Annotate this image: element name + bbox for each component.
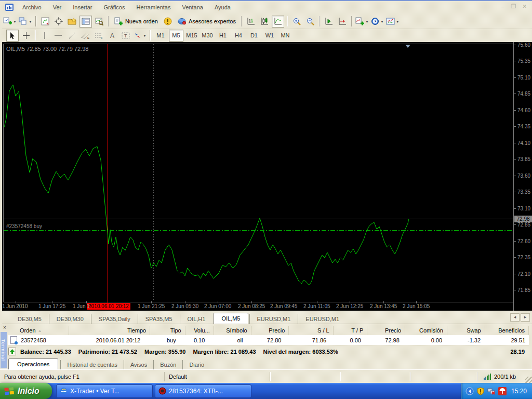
data-window-button[interactable]: [52, 16, 65, 28]
chart-area[interactable]: #23572458 buy OIL,M5 72.85 73.00 72.79 7…: [2, 42, 532, 311]
alert-button[interactable]: [162, 16, 174, 28]
menu-insertar[interactable]: Insertar: [67, 3, 98, 11]
column-label: Comisión: [419, 327, 443, 334]
arrows-button[interactable]: ▼: [133, 30, 147, 42]
trendline-button[interactable]: [65, 30, 78, 42]
strategy-tester-button[interactable]: [93, 16, 105, 28]
start-button[interactable]: Inicio: [0, 383, 52, 399]
chart-tab-oil-h1-4[interactable]: OIL,H1: [180, 314, 213, 324]
chart-tab-spa35-daily-2[interactable]: SPA35,Daily: [91, 314, 138, 324]
taskbar-clock[interactable]: 15:20: [511, 388, 527, 395]
new-chart-button[interactable]: ▼: [3, 16, 17, 28]
indicators-button[interactable]: ▼: [355, 16, 369, 28]
column-header-s-mbolo[interactable]: Símbolo: [214, 326, 251, 335]
column-header-t-p[interactable]: T / P: [334, 326, 368, 335]
timeframe-m15[interactable]: M15: [184, 30, 199, 42]
timeframe-h4[interactable]: H4: [231, 30, 246, 42]
minimize-icon[interactable]: –: [498, 3, 507, 10]
menu-herramientas[interactable]: Herramientas: [130, 3, 176, 11]
vertical-line-button[interactable]: [38, 30, 51, 42]
terminal-tab-historial-de-cuentas[interactable]: Historial de cuentas: [60, 360, 124, 369]
text-label-button[interactable]: T: [119, 30, 132, 42]
timeframe-m1[interactable]: M1: [153, 30, 168, 42]
restore-icon[interactable]: ❐: [509, 3, 518, 10]
profiles-button[interactable]: ▼: [18, 16, 33, 28]
column-header-s-l[interactable]: S / L: [289, 326, 333, 335]
chart-tab-de30-m5-0[interactable]: DE30,M5: [10, 314, 49, 324]
security-shield-icon[interactable]: [476, 387, 485, 395]
taskbar-task-0[interactable]: X-Trader • Ver T...: [56, 384, 153, 398]
zoom-in-button[interactable]: [290, 16, 303, 28]
terminal-tab-operaciones[interactable]: Operaciones: [8, 358, 58, 369]
auto-scroll-button[interactable]: [323, 16, 335, 28]
zoom-out-button[interactable]: [304, 16, 316, 28]
line-chart-button[interactable]: [272, 16, 284, 28]
chart-tab-de30-m30-1[interactable]: DE30,M30: [49, 314, 91, 324]
column-header-precio[interactable]: Precio: [367, 326, 405, 335]
chart-tab-oil-m5-5[interactable]: OIL,M5: [214, 313, 248, 324]
scroll-right-icon[interactable]: ▸: [521, 313, 530, 322]
timeframe-h1[interactable]: H1: [216, 30, 230, 42]
crosshair-button[interactable]: [20, 30, 32, 42]
horizontal-line-button[interactable]: [52, 30, 64, 42]
column-header-volu[interactable]: Volu...: [185, 326, 214, 335]
time-axis[interactable]: 2010.06.01 20:12 1 Jun 20101 Jun 17:251 …: [2, 301, 513, 311]
order-cell-7: 0.00: [330, 335, 365, 345]
timeframe-d1[interactable]: D1: [247, 30, 261, 42]
timeframe-m30[interactable]: M30: [200, 30, 215, 42]
hide-icons-icon[interactable]: [466, 387, 474, 395]
expert-advisors-button[interactable]: Asesores expertos: [175, 16, 238, 28]
menu-archivo[interactable]: Archivo: [17, 3, 47, 11]
terminal-panel-label[interactable]: Terminal: [1, 332, 7, 368]
fibonacci-button[interactable]: F: [92, 30, 105, 42]
navigator-button[interactable]: [66, 16, 78, 28]
column-label: Swap: [467, 327, 481, 334]
terminal-button[interactable]: [79, 16, 92, 28]
menu-ver[interactable]: Ver: [47, 3, 68, 11]
open-order-line[interactable]: [4, 230, 513, 231]
scroll-left-icon[interactable]: ◂: [510, 313, 520, 322]
order-cell-10: -1.32: [446, 335, 484, 345]
periods-button[interactable]: ▼: [370, 16, 384, 28]
menu-ayuda[interactable]: Ayuda: [209, 3, 236, 11]
column-header-tipo[interactable]: Tipo: [150, 326, 185, 335]
column-header-beneficios[interactable]: Beneficios: [485, 326, 529, 335]
new-order-button[interactable]: Nueva orden: [112, 16, 161, 28]
templates-button[interactable]: ▼: [385, 16, 400, 28]
text-button[interactable]: A: [106, 30, 118, 42]
price-scale[interactable]: 72.98 75.6075.3575.1074.8574.6074.3574.1…: [513, 42, 532, 311]
menu-ventana[interactable]: Ventana: [177, 3, 209, 11]
order-row[interactable]: 235724582010.06.01 20:12buy0.10oil72.807…: [8, 335, 529, 345]
antivirus-icon[interactable]: [498, 387, 507, 395]
expert-advisors-label: Asesores expertos: [189, 18, 236, 24]
chart-tab-eurusd-m1-7[interactable]: EURUSD,M1: [298, 314, 347, 324]
chart-tab-eurusd-m1-6[interactable]: EURUSD,M1: [249, 314, 298, 324]
network-disconnected-icon[interactable]: [487, 387, 496, 395]
column-header-precio[interactable]: Precio: [251, 326, 289, 335]
equidistant-channel-button[interactable]: E: [79, 30, 91, 42]
menu-gr-ficos[interactable]: Gráficos: [98, 3, 131, 11]
close-icon[interactable]: ✕: [520, 3, 529, 10]
candlestick-button[interactable]: [258, 16, 271, 28]
terminal-tab-avisos[interactable]: Avisos: [124, 360, 153, 369]
terminal-tab-buz-n[interactable]: Buzón: [153, 360, 182, 369]
connection-speed: 200/1 kb: [494, 374, 516, 380]
chart-tab-spa35-m5-3[interactable]: SPA35,M5: [138, 314, 180, 324]
chart-shift-button[interactable]: [336, 16, 349, 28]
taskbar-task-1[interactable]: 281537364: XTB-...: [155, 384, 251, 398]
column-header-swap[interactable]: Swap: [447, 326, 485, 335]
market-watch-button[interactable]: [39, 16, 51, 28]
timeframe-m5[interactable]: M5: [169, 30, 183, 42]
terminal-tab-diario[interactable]: Diario: [182, 360, 210, 369]
terminal-close-icon[interactable]: ×: [2, 325, 8, 331]
column-header-tiempo[interactable]: Tiempo: [69, 326, 150, 335]
time-tick-label: 2 Jun 11:05: [303, 303, 330, 309]
timeframe-w1[interactable]: W1: [262, 30, 277, 42]
cursor-button[interactable]: [6, 30, 19, 42]
timeframe-mn[interactable]: MN: [278, 30, 292, 42]
column-header-comisi-n[interactable]: Comisión: [405, 326, 447, 335]
time-tick-label: 1 Jun 17:25: [38, 303, 65, 309]
column-header-orden[interactable]: Orden▵: [8, 326, 69, 335]
bar-chart-button[interactable]: [245, 16, 257, 28]
status-profile[interactable]: Default: [165, 372, 270, 381]
